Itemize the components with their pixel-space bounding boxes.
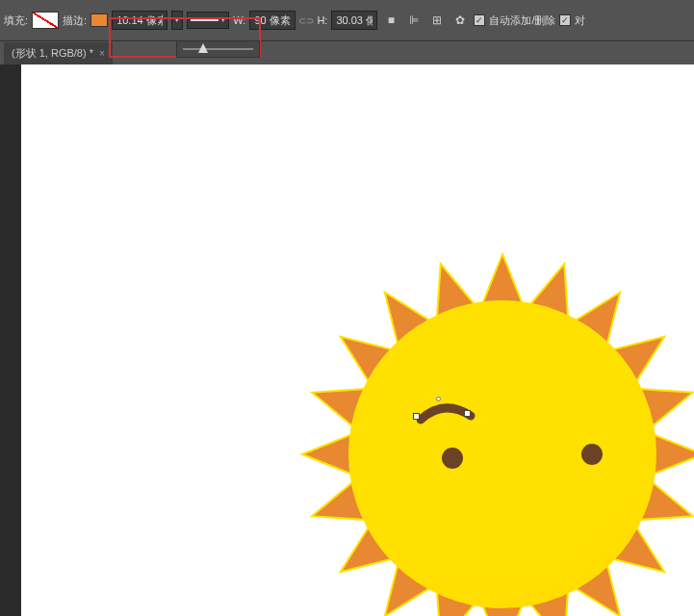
align-edges-label: 对 [575,13,585,28]
stroke-swatch[interactable] [90,13,108,27]
fill-swatch[interactable] [32,12,59,29]
gear-icon[interactable]: ✿ [450,11,470,30]
stroke-width-input[interactable] [112,11,167,30]
stroke-slider-panel [176,40,260,58]
auto-label: 自动添加/删除 [489,13,555,28]
canvas[interactable] [21,64,694,616]
stroke-slider-track[interactable] [183,48,253,50]
close-icon[interactable]: × [99,48,105,59]
height-label: H: [317,14,327,26]
arrange-icon[interactable]: ⊞ [427,11,447,30]
sun-eye-left [442,448,463,469]
auto-checkbox[interactable]: ✓ [474,14,485,26]
control-handle[interactable] [436,397,441,401]
sun-eye-right [581,444,603,465]
shape-mode-icon[interactable]: ■ [381,11,400,30]
stroke-style-dropdown[interactable] [187,12,229,29]
anchor-point[interactable] [464,410,471,417]
link-icon[interactable]: ⊂⊃ [299,13,313,27]
sun-body [348,300,656,608]
width-label: W: [233,14,245,26]
anchor-point[interactable] [413,413,420,420]
fill-label: 填充: [4,13,28,28]
align-icon[interactable]: ⊫ [404,11,424,30]
tab-label: (形状 1, RGB/8) * [12,46,93,61]
canvas-area [0,64,694,616]
height-input[interactable] [331,11,377,30]
document-tab[interactable]: (形状 1, RGB/8) * × [4,42,113,64]
width-input[interactable] [249,11,296,30]
align-checkbox[interactable]: ✓ [559,14,571,26]
stroke-width-dropdown[interactable]: ▾ [171,11,183,30]
stroke-label: 描边: [63,13,87,28]
stroke-slider-thumb[interactable] [198,43,208,53]
left-gutter [0,64,21,616]
options-toolbar: 填充: 描边: ▾ W: ⊂⊃ H: ■ ⊫ ⊞ ✿ ✓ 自动添加/删除 ✓ 对 [0,0,694,40]
document-tab-bar: (形状 1, RGB/8) * × [0,40,694,64]
